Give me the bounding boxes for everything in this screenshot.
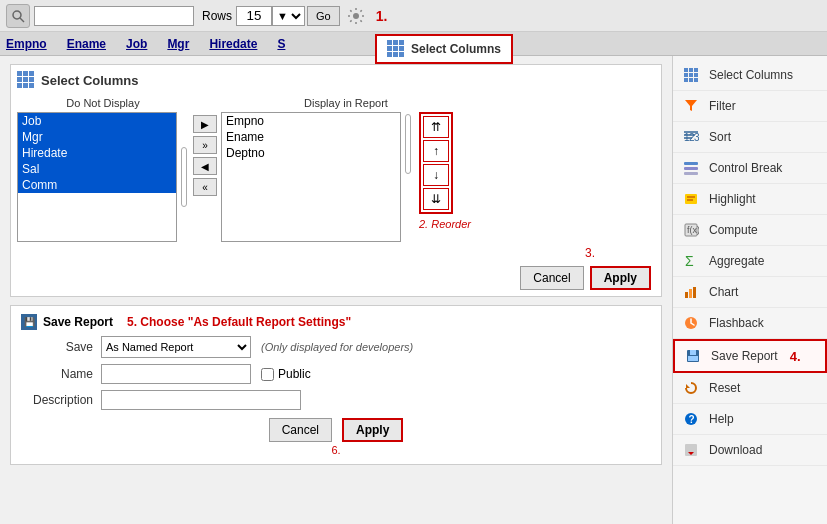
do-not-display-list[interactable]: Job Mgr Hiredate Sal Comm (17, 112, 177, 242)
list-item[interactable]: Job (18, 113, 176, 129)
save-report-icon (683, 346, 703, 366)
move-up-btn[interactable]: ↑ (423, 140, 449, 162)
sidebar-item-chart[interactable]: Chart (673, 277, 827, 308)
save-note: (Only displayed for developers) (261, 341, 413, 353)
save-field-label: Save (21, 340, 101, 354)
gear-icon[interactable] (344, 4, 368, 28)
description-row: Description (21, 390, 651, 410)
sidebar-item-aggregate[interactable]: Σ Aggregate (673, 246, 827, 277)
sidebar-item-reset[interactable]: Reset (673, 373, 827, 404)
apply-button-1[interactable]: Apply (590, 266, 651, 290)
step3-label: 3. (17, 246, 655, 260)
col-header-s[interactable]: S (277, 37, 285, 51)
select-columns-popup-label: Select Columns (411, 42, 501, 56)
move-all-left-btn[interactable]: « (193, 178, 217, 196)
select-columns-panel: Select Columns Do Not Display Job Mgr Hi… (10, 64, 662, 297)
list-item[interactable]: Ename (222, 129, 400, 145)
save-report-title: 💾 Save Report 5. Choose "As Default Repo… (21, 314, 651, 330)
col-header-empno[interactable]: Empno (6, 37, 47, 51)
sidebar-label: Control Break (709, 161, 782, 175)
svg-marker-34 (686, 384, 690, 388)
svg-text:f(x): f(x) (687, 225, 699, 235)
grid-icon (387, 40, 405, 58)
step5-label: 5. Choose "As Default Report Settings" (127, 315, 351, 329)
svg-rect-28 (689, 289, 692, 298)
sidebar-label: Chart (709, 285, 738, 299)
list-item[interactable]: Mgr (18, 129, 176, 145)
save-type-select[interactable]: As Named Report As Default Report Settin… (101, 336, 251, 358)
description-input[interactable] (101, 390, 301, 410)
name-row: Name Public (21, 364, 651, 384)
rows-input[interactable]: 15 (236, 6, 272, 26)
list-item[interactable]: Sal (18, 161, 176, 177)
list-item[interactable]: Hiredate (18, 145, 176, 161)
sidebar-label: Aggregate (709, 254, 764, 268)
name-input[interactable] (101, 364, 251, 384)
col-header-job[interactable]: Job (126, 37, 147, 51)
svg-rect-3 (684, 68, 688, 72)
control-break-icon (681, 158, 701, 178)
move-all-right-btn[interactable]: » (193, 136, 217, 154)
move-down-btn[interactable]: ↓ (423, 164, 449, 186)
select-columns-popup[interactable]: Select Columns (375, 34, 513, 64)
public-checkbox[interactable] (261, 368, 274, 381)
sidebar-label: Sort (709, 130, 731, 144)
bottom-cancel-button[interactable]: Cancel (269, 418, 332, 442)
save-report-title-text: Save Report (43, 315, 113, 329)
list-item[interactable]: Deptno (222, 145, 400, 161)
display-in-report-list[interactable]: Empno Ename Deptno (221, 112, 401, 242)
sidebar-item-download[interactable]: Download (673, 435, 827, 466)
funnel-icon (681, 96, 701, 116)
rows-select[interactable]: ▼ (272, 6, 305, 26)
list-item[interactable]: Empno (222, 113, 400, 129)
grid-icon (681, 65, 701, 85)
main-area: Select Columns Do Not Display Job Mgr Hi… (0, 56, 827, 524)
sidebar-item-sort[interactable]: 1 2 3 Sort (673, 122, 827, 153)
list-item[interactable]: Comm (18, 177, 176, 193)
action-buttons: Cancel Apply (17, 266, 655, 290)
save-row: Save As Named Report As Default Report S… (21, 336, 651, 358)
transfer-buttons: ▶ » ◀ « (193, 97, 217, 196)
reset-icon (681, 378, 701, 398)
svg-text:?: ? (689, 414, 695, 425)
chart-icon (681, 282, 701, 302)
sidebar-label: Filter (709, 99, 736, 113)
move-right-btn[interactable]: ▶ (193, 115, 217, 133)
center-content: Select Columns Do Not Display Job Mgr Hi… (0, 56, 672, 524)
description-field-label: Description (21, 393, 101, 407)
svg-point-0 (13, 11, 21, 19)
go-button[interactable]: Go (307, 6, 340, 26)
sidebar-item-filter[interactable]: Filter (673, 91, 827, 122)
sidebar-item-highlight[interactable]: Highlight (673, 184, 827, 215)
col-header-hiredate[interactable]: Hiredate (209, 37, 257, 51)
help-icon: ? (681, 409, 701, 429)
svg-text:Σ: Σ (685, 253, 694, 269)
svg-rect-20 (684, 172, 698, 175)
right-sidebar: Select Columns Filter 1 2 3 Sort (672, 56, 827, 524)
do-not-display-section: Do Not Display Job Mgr Hiredate Sal Comm (17, 97, 189, 242)
sidebar-item-select-columns[interactable]: Select Columns (673, 60, 827, 91)
bottom-apply-button[interactable]: Apply (342, 418, 403, 442)
sidebar-item-save-report[interactable]: Save Report 4. (673, 339, 827, 373)
search-icon[interactable] (6, 4, 30, 28)
sidebar-item-flashback[interactable]: Flashback (673, 308, 827, 339)
cancel-button[interactable]: Cancel (520, 266, 583, 290)
sidebar-item-control-break[interactable]: Control Break (673, 153, 827, 184)
sidebar-item-compute[interactable]: f(x) Compute (673, 215, 827, 246)
sidebar-label: Highlight (709, 192, 756, 206)
name-field-label: Name (21, 367, 101, 381)
sidebar-label: Download (709, 443, 762, 457)
panel-title-text: Select Columns (41, 73, 139, 88)
move-top-btn[interactable]: ⇈ (423, 116, 449, 138)
sidebar-item-help[interactable]: ? Help (673, 404, 827, 435)
public-label: Public (278, 367, 311, 381)
search-input[interactable] (34, 6, 194, 26)
move-left-btn[interactable]: ◀ (193, 157, 217, 175)
sidebar-label: Flashback (709, 316, 764, 330)
move-bottom-btn[interactable]: ⇊ (423, 188, 449, 210)
sort-icon: 1 2 3 (681, 127, 701, 147)
svg-rect-11 (694, 78, 698, 82)
col-header-mgr[interactable]: Mgr (167, 37, 189, 51)
aggregate-icon: Σ (681, 251, 701, 271)
col-header-ename[interactable]: Ename (67, 37, 106, 51)
